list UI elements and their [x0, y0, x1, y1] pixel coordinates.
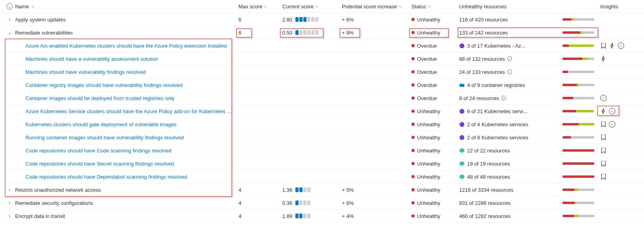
- column-label: Max score: [239, 4, 262, 10]
- recommendation-link[interactable]: Running container images should have vul…: [25, 135, 184, 141]
- max-score-cell: 6: [239, 30, 282, 36]
- group-row[interactable]: ⌄Remediate vulnerabilities60.50+ 9%Unhea…: [0, 26, 644, 39]
- deny-circle-icon[interactable]: −: [609, 121, 615, 127]
- recommendation-link[interactable]: Azure Kubernetes Service clusters should…: [25, 108, 232, 114]
- insights-cell: ›: [600, 42, 644, 49]
- deny-circle-icon[interactable]: −: [600, 95, 607, 101]
- column-header-max-score[interactable]: Max score ↑↓: [239, 2, 282, 11]
- expand-all-toggle[interactable]: ⌄: [6, 3, 13, 10]
- status-cell: Unhealthy: [411, 161, 459, 167]
- expand-toggle[interactable]: ›: [6, 187, 13, 193]
- recommendation-row[interactable]: Azure Arc-enabled Kubernetes clusters sh…: [0, 39, 644, 52]
- recommendation-link[interactable]: Container images should be deployed from…: [25, 95, 175, 101]
- score-pills: [295, 200, 310, 205]
- recommendation-link[interactable]: Machines should have vulnerability findi…: [25, 69, 146, 75]
- chevron-circle-icon[interactable]: ›: [609, 108, 615, 114]
- expand-toggle[interactable]: ›: [6, 17, 13, 22]
- expand-toggle[interactable]: ⌄: [6, 30, 13, 35]
- bookmark-icon[interactable]: [600, 160, 607, 167]
- status-dot-icon: [411, 96, 415, 100]
- potential-cell: + 6%: [342, 17, 411, 23]
- potential-cell: + 4%: [342, 213, 411, 219]
- health-bar: [563, 123, 594, 125]
- recommendation-row[interactable]: Kubernetes clusters should gate deployme…: [0, 118, 644, 131]
- status-dot-icon: [411, 83, 415, 87]
- lightning-icon[interactable]: [600, 108, 607, 114]
- expand-toggle[interactable]: ›: [6, 200, 13, 206]
- current-score-cell: 0.50: [282, 30, 342, 36]
- resources-cell: 133 of 242 resources: [459, 30, 563, 36]
- recommendation-row[interactable]: Machines should have vulnerability findi…: [0, 66, 644, 79]
- recommendation-link[interactable]: Kubernetes clusters should gate deployme…: [25, 121, 177, 127]
- column-label: Status: [411, 4, 426, 10]
- info-icon[interactable]: i: [507, 56, 512, 61]
- recommendation-link[interactable]: Azure Arc-enabled Kubernetes clusters sh…: [25, 43, 227, 49]
- info-icon[interactable]: i: [501, 96, 506, 100]
- bookmark-icon[interactable]: [600, 42, 607, 49]
- insights-cell: [600, 134, 644, 141]
- resources-cell: 4 of 9 container registries: [459, 82, 563, 88]
- recommendation-link[interactable]: Machines should have a vulnerability ass…: [25, 56, 158, 62]
- health-bar: [563, 202, 594, 204]
- lightning-icon[interactable]: [600, 56, 607, 62]
- bookmark-icon[interactable]: [600, 173, 607, 180]
- recommendation-row[interactable]: Code repositories should have Code scann…: [0, 144, 644, 157]
- svg-marker-6: [460, 148, 464, 153]
- table-header-row: ⌄ Name ↑↓ Max score ↑↓ Current score ↑↓ …: [0, 0, 644, 13]
- resources-cell: 8 of 24 resourcesi: [459, 95, 563, 101]
- recommendation-row[interactable]: Azure Kubernetes Service clusters should…: [0, 105, 644, 118]
- score-pills: [295, 17, 318, 22]
- lightning-icon[interactable]: [609, 42, 615, 49]
- bookmark-icon[interactable]: [600, 134, 607, 141]
- column-label: Potential score increase: [342, 4, 397, 10]
- svg-marker-5: [460, 135, 464, 140]
- recommendation-row[interactable]: Running container images should have vul…: [0, 131, 644, 144]
- status-cell: Unhealthy: [411, 148, 459, 154]
- column-header-potential[interactable]: Potential score increase ↑↓: [342, 2, 411, 11]
- current-score-cell: 0.36: [282, 200, 342, 206]
- group-row[interactable]: ›Restrict unauthorized network access41.…: [0, 183, 644, 197]
- svg-marker-3: [460, 109, 464, 114]
- sort-icon: ↑↓: [428, 4, 430, 9]
- recommendation-link[interactable]: Code repositories should have Code scann…: [25, 148, 171, 154]
- expand-toggle[interactable]: ›: [6, 213, 13, 219]
- group-row[interactable]: ›Remediate security configurations40.36+…: [0, 197, 644, 210]
- max-score-cell: 4: [239, 213, 282, 219]
- recommendation-row[interactable]: Container registry images should have vu…: [0, 79, 644, 92]
- column-header-unhealthy[interactable]: Unhealthy resources: [459, 2, 563, 11]
- group-row[interactable]: ›Encrypt data in transit41.89+ 4%Unhealt…: [0, 210, 644, 223]
- recommendation-link[interactable]: Container registry images should have vu…: [25, 82, 182, 88]
- recommendation-row[interactable]: Code repositories should have Dependabot…: [0, 170, 644, 183]
- svg-rect-2: [460, 83, 462, 85]
- info-icon[interactable]: i: [507, 69, 512, 74]
- recommendation-link[interactable]: Code repositories should have Dependabot…: [25, 174, 187, 180]
- score-pills: [295, 187, 310, 192]
- column-header-insights[interactable]: Insights: [600, 2, 644, 11]
- health-bar: [563, 18, 594, 21]
- recommendation-link[interactable]: Code repositories should have Secret sca…: [25, 161, 174, 167]
- column-header-name[interactable]: ⌄ Name ↑↓: [0, 2, 239, 11]
- health-bar: [563, 44, 594, 47]
- bookmark-icon[interactable]: [600, 121, 607, 127]
- chevron-circle-icon[interactable]: ›: [618, 42, 624, 49]
- recommendation-row[interactable]: Container images should be deployed from…: [0, 92, 644, 105]
- group-name: Restrict unauthorized network access: [15, 187, 101, 193]
- bookmark-icon[interactable]: [600, 147, 607, 154]
- resources-cell: 460 of 1282 resources: [459, 213, 563, 219]
- group-row[interactable]: ›Apply system updates62.80+ 6%Unhealthy1…: [0, 13, 644, 26]
- resources-cell: 1216 of 3334 resources: [459, 187, 563, 193]
- status-dot-icon: [411, 136, 415, 139]
- column-header-current-score[interactable]: Current score ↑↓: [282, 2, 342, 11]
- recommendation-row[interactable]: Code repositories should have Secret sca…: [0, 157, 644, 170]
- column-header-status[interactable]: Status ↑↓: [411, 2, 459, 11]
- health-bar: [563, 58, 594, 60]
- health-bar: [563, 189, 594, 191]
- status-cell: Unhealthy: [411, 187, 459, 193]
- resources-cell: 2 of 8 Kubernetes services: [459, 135, 563, 141]
- insights-cell: [600, 56, 644, 62]
- recommendation-row[interactable]: Machines should have a vulnerability ass…: [0, 52, 644, 66]
- health-bar: [563, 97, 594, 99]
- resources-cell: 22 of 22 resources: [459, 148, 563, 154]
- potential-cell: + 6%: [342, 200, 411, 206]
- group-name: Encrypt data in transit: [15, 213, 65, 219]
